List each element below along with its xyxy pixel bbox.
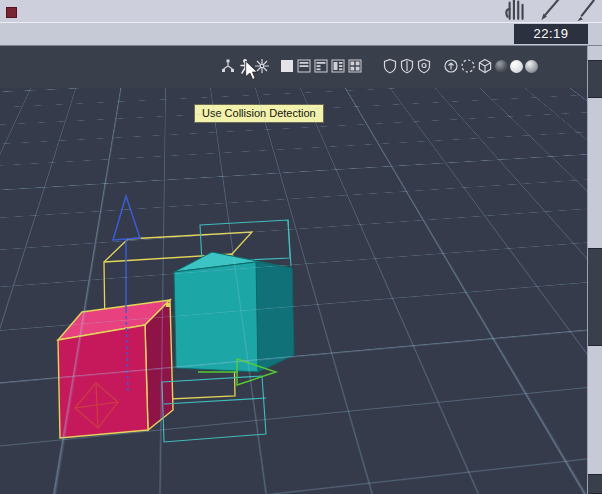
wire-cube-icon [477,58,493,74]
titlebar-icon-group [502,0,598,21]
panel-divider-block[interactable] [588,474,602,494]
dashed-circle-icon [460,58,476,74]
ghost-upper-edge-right [288,220,291,266]
parent-links-button[interactable] [220,58,236,74]
circle-arrow-button[interactable] [443,58,459,74]
pen-icon[interactable] [572,0,598,21]
3d-viewport[interactable] [0,88,588,494]
viewport-header [0,46,588,89]
toolbar [220,58,539,74]
layout-preset-1-button[interactable] [296,58,312,74]
scene-layer [0,88,588,494]
shield-plain-button[interactable] [382,58,398,74]
dashed-circle-button[interactable] [460,58,476,74]
shield-plain-icon [382,58,398,74]
layout-solid-icon [279,58,295,74]
dark-sphere-icon[interactable] [495,60,508,73]
side-panel-strip[interactable] [587,46,602,494]
origin-handle[interactable] [166,303,170,307]
circle-arrow-icon [443,58,459,74]
layout-preset-2-icon [313,58,329,74]
layout-solid-button[interactable] [279,58,295,74]
ghost-lower-rect [162,376,266,442]
layout-preset-2-button[interactable] [313,58,329,74]
teal-cube-front [174,262,258,372]
gizmo-z-head [113,196,140,240]
layout-preset-1-icon [296,58,312,74]
title-bar [0,0,602,23]
white-sphere-icon[interactable] [510,60,523,73]
layout-preset-4-button[interactable] [347,58,363,74]
panel-divider-block[interactable] [588,60,602,98]
clock-display: 22:19 [514,24,588,44]
status-bar: 22:19 [0,23,602,46]
mouse-cursor [245,61,259,81]
tooltip: Use Collision Detection [194,104,324,123]
panel-divider-block[interactable] [588,248,602,346]
shield-dot-button[interactable] [416,58,432,74]
layout-preset-3-button[interactable] [330,58,346,74]
layout-preset-4-icon [347,58,363,74]
window-badge [6,7,17,18]
hand-icon[interactable] [502,0,528,21]
shaded-sphere-icon[interactable] [525,60,538,73]
teal-cube[interactable] [174,252,294,372]
shield-dot-icon [416,58,432,74]
parent-links-icon [220,58,236,74]
ghost-wire-lower[interactable] [162,376,266,442]
layout-preset-3-icon [330,58,346,74]
brush-icon[interactable] [537,0,563,21]
teal-cube-right [256,262,294,372]
wire-cube-button[interactable] [477,58,493,74]
shield-line-button[interactable] [399,58,415,74]
shield-line-icon [399,58,415,74]
magenta-cube[interactable] [58,300,173,438]
